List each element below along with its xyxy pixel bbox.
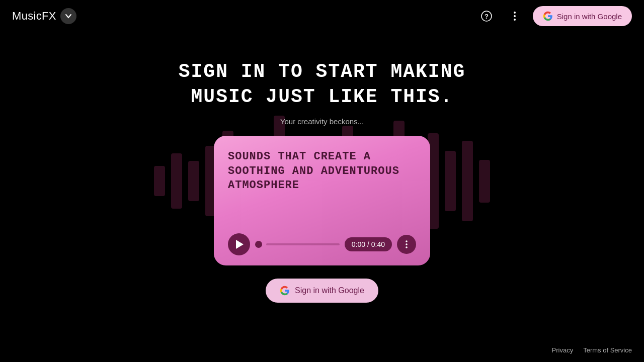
progress-bar-background[interactable]	[266, 243, 340, 245]
help-icon: ?	[481, 11, 492, 22]
sign-in-header-label: Sign in with Google	[557, 12, 622, 21]
sign-in-header-button[interactable]: Sign in with Google	[533, 6, 632, 26]
sign-in-center-button[interactable]: Sign in with Google	[266, 279, 378, 303]
footer: Privacy Terms of Service	[552, 346, 632, 354]
privacy-link[interactable]: Privacy	[552, 346, 574, 354]
svg-point-4	[514, 19, 516, 21]
subtext: Your creativity beckons...	[280, 117, 364, 126]
help-button[interactable]: ?	[476, 6, 497, 26]
headline: SIGN IN TO START MAKING MUSIC JUST LIKE …	[179, 59, 466, 109]
main-content: SIGN IN TO START MAKING MUSIC JUST LIKE …	[0, 0, 644, 362]
dropdown-button[interactable]	[60, 8, 76, 24]
play-icon	[236, 240, 244, 249]
headline-line1: SIGN IN TO START MAKING	[179, 59, 466, 84]
card-more-icon	[402, 240, 411, 249]
svg-point-5	[406, 240, 408, 242]
header: MusicFX ?	[0, 0, 644, 32]
header-left: MusicFX	[12, 8, 76, 24]
svg-point-7	[406, 246, 408, 248]
more-options-button[interactable]	[505, 6, 525, 26]
headline-line2: MUSIC JUST LIKE THIS.	[179, 84, 466, 109]
header-right: ? Sign in with Google	[476, 6, 632, 26]
music-card: SOUNDS THAT CREATE A SOOTHING AND ADVENT…	[214, 136, 430, 265]
progress-container	[255, 241, 340, 248]
audio-player: 0:00 / 0:40	[228, 233, 416, 255]
more-icon	[509, 11, 520, 22]
google-logo-center-icon	[280, 286, 290, 296]
app-title: MusicFX	[12, 10, 56, 23]
card-more-button[interactable]	[397, 235, 416, 254]
time-display: 0:00 / 0:40	[345, 237, 392, 251]
chevron-down-icon	[65, 13, 72, 20]
google-logo-icon	[543, 11, 553, 21]
play-button[interactable]	[228, 233, 250, 255]
terms-link[interactable]: Terms of Service	[583, 346, 632, 354]
progress-dot	[255, 241, 262, 248]
svg-point-3	[514, 15, 516, 17]
card-title: SOUNDS THAT CREATE A SOOTHING AND ADVENT…	[228, 150, 416, 193]
svg-point-2	[514, 12, 516, 14]
svg-point-6	[406, 243, 408, 245]
sign-in-center-label: Sign in with Google	[295, 286, 364, 295]
svg-text:?: ?	[485, 13, 489, 20]
